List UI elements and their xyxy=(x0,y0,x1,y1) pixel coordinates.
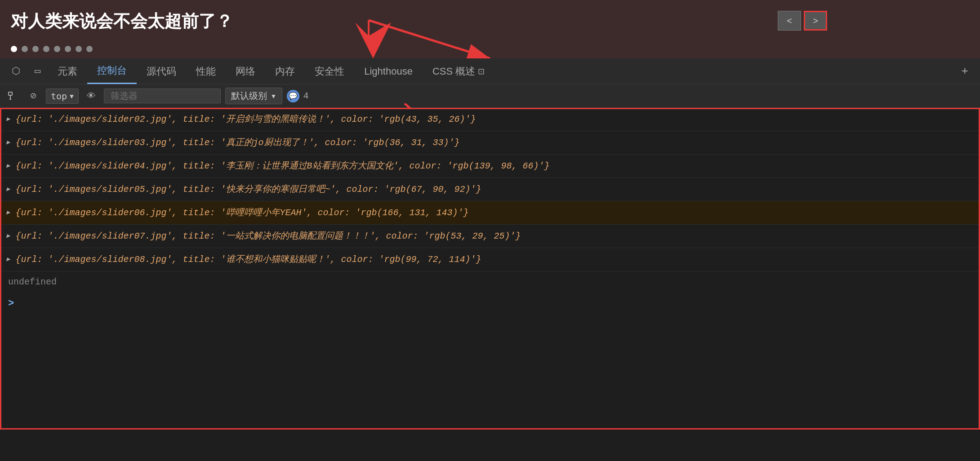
console-entry-6[interactable]: ▶ {url: './images/slider08.jpg', title: … xyxy=(0,248,980,271)
expand-icon-2[interactable]: ▶ xyxy=(6,162,10,171)
tab-elements[interactable]: 元素 xyxy=(48,58,87,84)
tab-console[interactable]: 控制台 xyxy=(87,58,137,84)
dot-1[interactable] xyxy=(11,46,17,52)
console-entry-1[interactable]: ▶ {url: './images/slider03.jpg', title: … xyxy=(0,131,980,155)
css-overview-icon: ⊡ xyxy=(478,66,485,76)
dot-5[interactable] xyxy=(54,46,60,52)
entry-text-1: {url: './images/slider03.jpg', title: '真… xyxy=(15,137,459,149)
chat-icon: 💬 xyxy=(289,92,298,101)
console-entry-3[interactable]: ▶ {url: './images/slider05.jpg', title: … xyxy=(0,178,980,201)
svg-rect-3 xyxy=(9,92,12,95)
console-entry-2[interactable]: ▶ {url: './images/slider04.jpg', title: … xyxy=(0,155,980,178)
add-tab-button[interactable]: + xyxy=(954,65,976,78)
console-output: ▶ {url: './images/slider02.jpg', title: … xyxy=(0,108,980,461)
dots-row xyxy=(11,46,93,52)
expand-icon-3[interactable]: ▶ xyxy=(6,185,10,194)
console-prompt-row[interactable]: > xyxy=(0,293,980,315)
context-selector[interactable]: top ▼ xyxy=(46,89,79,104)
cursor-icon[interactable]: ⬡ xyxy=(4,58,27,84)
console-area: ▶ {url: './images/slider02.jpg', title: … xyxy=(0,108,980,461)
console-input[interactable] xyxy=(18,298,972,309)
entry-text-0: {url: './images/slider02.jpg', title: '开… xyxy=(15,113,476,126)
nav-buttons: < > xyxy=(778,11,827,31)
prompt-chevron-icon: > xyxy=(8,298,14,309)
console-entries: ▶ {url: './images/slider02.jpg', title: … xyxy=(0,108,980,271)
dot-8[interactable] xyxy=(86,46,93,52)
tab-sources[interactable]: 源代码 xyxy=(137,58,186,84)
device-icon[interactable]: ▭ xyxy=(27,58,48,84)
console-entry-4[interactable]: ▶ {url: './images/slider06.jpg', title: … xyxy=(0,201,980,225)
level-selector[interactable]: 默认级别 ▼ xyxy=(225,88,283,104)
console-entry-0[interactable]: ▶ {url: './images/slider02.jpg', title: … xyxy=(0,108,980,131)
no-entry-icon[interactable]: ⊘ xyxy=(25,88,41,104)
expand-icon-1[interactable]: ▶ xyxy=(6,138,10,147)
expand-icon-5[interactable]: ▶ xyxy=(6,232,10,241)
clear-console-button[interactable] xyxy=(4,88,21,104)
dot-2[interactable] xyxy=(22,46,28,52)
expand-icon-0[interactable]: ▶ xyxy=(6,115,10,124)
console-undefined: undefined xyxy=(0,271,980,293)
tab-css-overview[interactable]: CSS 概述 ⊡ xyxy=(423,58,494,84)
nav-prev-button[interactable]: < xyxy=(778,11,801,31)
entry-text-2: {url: './images/slider04.jpg', title: '李… xyxy=(15,160,549,173)
level-chevron-icon: ▼ xyxy=(271,93,277,100)
chevron-down-icon: ▼ xyxy=(70,93,73,100)
tab-memory[interactable]: 内存 xyxy=(265,58,305,84)
devtools-tabs: ⬡ ▭ 元素 控制台 源代码 性能 网络 内存 安全性 Lighthouse C… xyxy=(0,58,980,84)
console-entry-5[interactable]: ▶ {url: './images/slider07.jpg', title: … xyxy=(0,225,980,248)
dot-4[interactable] xyxy=(43,46,49,52)
tab-network[interactable]: 网络 xyxy=(226,58,265,84)
expand-icon-6[interactable]: ▶ xyxy=(6,255,10,264)
entry-text-4: {url: './images/slider06.jpg', title: '哔… xyxy=(15,207,468,219)
expand-icon-4[interactable]: ▶ xyxy=(6,208,10,217)
entry-text-3: {url: './images/slider05.jpg', title: '快… xyxy=(15,183,481,196)
tab-performance[interactable]: 性能 xyxy=(186,58,226,84)
eye-icon[interactable]: 👁 xyxy=(83,88,99,104)
entry-text-6: {url: './images/slider08.jpg', title: '谁… xyxy=(15,253,481,266)
message-badge: 💬 xyxy=(287,90,299,102)
message-counter: 💬 4 xyxy=(287,90,308,102)
dot-6[interactable] xyxy=(65,46,71,52)
main-container: 对人类来说会不会太超前了？ < > xyxy=(0,0,980,461)
entry-text-5: {url: './images/slider07.jpg', title: '一… xyxy=(15,230,521,243)
tab-security[interactable]: 安全性 xyxy=(305,58,354,84)
tab-lighthouse[interactable]: Lighthouse xyxy=(354,58,423,84)
ban-icon xyxy=(8,91,18,101)
dot-3[interactable] xyxy=(32,46,39,52)
nav-next-button[interactable]: > xyxy=(804,11,827,31)
preview-area: 对人类来说会不会太超前了？ < > xyxy=(0,0,980,58)
filter-input[interactable] xyxy=(104,89,221,103)
dot-7[interactable] xyxy=(76,46,82,52)
console-toolbar: ⊘ top ▼ 👁 默认级别 ▼ 💬 4 xyxy=(0,84,980,108)
